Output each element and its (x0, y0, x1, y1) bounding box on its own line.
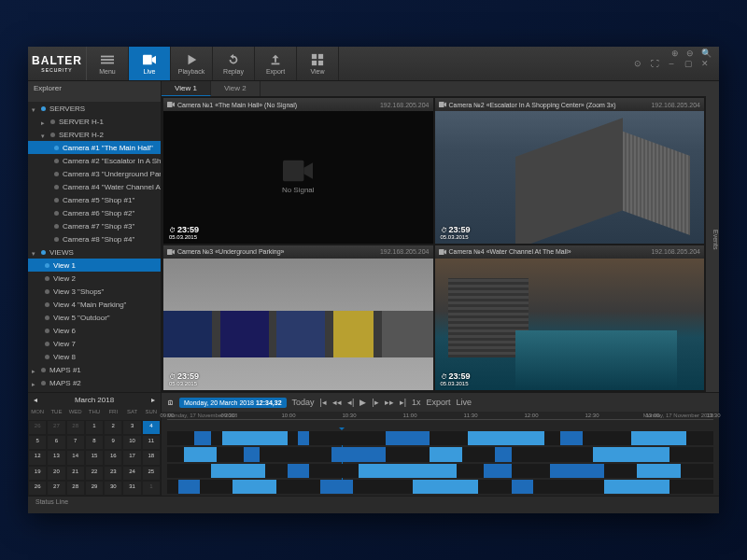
tree-view-item[interactable]: View 5 "Outdoor" (28, 311, 161, 324)
export-button[interactable]: Export (255, 47, 297, 80)
menu-button[interactable]: Menu (87, 47, 129, 80)
calendar-day[interactable]: 21 (66, 466, 85, 481)
tree-view-item[interactable]: View 2 (28, 272, 161, 285)
skip-start-icon[interactable]: |◂ (320, 398, 327, 407)
calendar-day[interactable]: 11 (142, 435, 161, 450)
rewind-icon[interactable]: ◂◂ (332, 398, 342, 407)
tree-camera[interactable]: Camera #1 "The Main Hall" (28, 141, 161, 154)
calendar-next-icon[interactable]: ▸ (151, 396, 155, 404)
tree-server-2[interactable]: SERVER H-2 (28, 128, 161, 141)
tree-view-item[interactable]: View 6 (28, 324, 161, 337)
calendar-day[interactable]: 13 (47, 450, 65, 465)
tree-view-item[interactable]: View 4 "Main Parking" (28, 298, 161, 311)
tree-view-item[interactable]: View 3 "Shops" (28, 285, 161, 298)
calendar-day[interactable]: 14 (66, 450, 85, 465)
view-button[interactable]: View (297, 47, 339, 80)
camera-tile-4[interactable]: Camera №4 «Water Channel At The Mall»192… (435, 245, 705, 391)
calendar-day[interactable]: 9 (104, 435, 122, 450)
maximize-icon[interactable]: ▢ (684, 59, 693, 68)
calendar-day[interactable]: 31 (122, 481, 141, 496)
calendar-day[interactable]: 16 (104, 450, 122, 465)
tree-view-item[interactable]: View 1 (28, 259, 161, 272)
tree-camera[interactable]: Camera #5 "Shop #1" (28, 193, 161, 206)
tree-servers[interactable]: SERVERS (28, 102, 161, 115)
datetime-display[interactable]: Monday, 20 March 2018 12:34,32 (179, 398, 287, 408)
calendar-day[interactable]: 18 (142, 450, 161, 465)
zoom-in-icon[interactable]: ⊕ (671, 49, 679, 58)
minimize-icon[interactable]: – (667, 59, 676, 68)
speed-label[interactable]: 1x (412, 398, 421, 407)
timeline-track[interactable] (167, 431, 713, 445)
calendar-prev-icon[interactable]: ◂ (34, 396, 37, 404)
calendar-day[interactable]: 1 (142, 481, 161, 496)
calendar-day[interactable]: 22 (85, 466, 104, 481)
forward-icon[interactable]: ▸▸ (385, 398, 394, 407)
timeline-live-button[interactable]: Live (457, 398, 472, 407)
calendar-day[interactable]: 28 (66, 481, 85, 496)
tree-maps-2[interactable]: MAPS #2 (28, 376, 161, 389)
calendar-day[interactable]: 27 (47, 481, 65, 496)
calendar-icon[interactable]: 🗓 (167, 399, 174, 406)
fullscreen-icon[interactable]: ⛶ (650, 59, 659, 68)
timeline-tracks[interactable] (167, 431, 713, 494)
calendar-day[interactable]: 28 (66, 420, 85, 435)
camera-tile-3[interactable]: Camera №3 «Underground Parking»192.168.2… (163, 245, 433, 391)
tree-camera[interactable]: Camera #4 "Water Channel At … (28, 180, 161, 193)
timeline-track[interactable] (167, 447, 713, 461)
calendar-day[interactable]: 6 (47, 435, 65, 450)
play-icon[interactable]: ▶ (359, 398, 366, 407)
step-fwd-icon[interactable]: |▸ (372, 398, 378, 407)
live-button[interactable]: Live (129, 47, 171, 80)
tree-maps-1[interactable]: MAPS #1 (28, 363, 161, 376)
calendar-day[interactable]: 26 (28, 481, 47, 496)
calendar-day[interactable]: 5 (28, 435, 47, 450)
calendar-day[interactable]: 24 (122, 466, 141, 481)
playback-button[interactable]: Playback (171, 47, 213, 80)
tree-views[interactable]: VIEWS (28, 245, 161, 259)
events-panel[interactable]: Events (706, 81, 719, 392)
close-icon[interactable]: ✕ (700, 59, 710, 68)
camera-tile-1[interactable]: Camera №1 «The Main Hall» (No Signal)192… (163, 98, 433, 244)
skip-end-icon[interactable]: ▸| (400, 398, 406, 407)
step-back-icon[interactable]: ◂| (347, 398, 354, 407)
calendar-day[interactable]: 19 (28, 466, 47, 481)
status-bar: Status Line (28, 496, 719, 513)
calendar-day[interactable]: 1 (85, 420, 104, 435)
tree-camera[interactable]: Camera #8 "Shop #4" (28, 232, 161, 245)
calendar-day[interactable]: 30 (104, 481, 122, 496)
search-icon[interactable]: 🔍 (701, 49, 712, 58)
zoom-out-icon[interactable]: ⊖ (686, 49, 694, 58)
camera-tile-2[interactable]: Camera №2 «Escalator In A Shopping Cente… (435, 98, 705, 244)
timeline-track[interactable] (167, 464, 713, 478)
calendar-day[interactable]: 15 (85, 450, 104, 465)
calendar-day[interactable]: 26 (28, 420, 47, 435)
calendar-day[interactable]: 10 (122, 435, 141, 450)
pin-icon[interactable]: ⊙ (633, 59, 642, 68)
timeline-track[interactable] (167, 480, 713, 494)
tab-view-1[interactable]: View 1 (162, 81, 211, 96)
replay-button[interactable]: Replay (213, 47, 255, 80)
calendar-day[interactable]: 20 (47, 466, 65, 481)
calendar-day[interactable]: 29 (85, 481, 104, 496)
tree-camera[interactable]: Camera #2 "Escalator In A Sho… (28, 154, 161, 167)
tree-camera[interactable]: Camera #7 "Shop #3" (28, 219, 161, 232)
calendar-day[interactable]: 3 (122, 420, 141, 435)
tree-server-1[interactable]: SERVER H-1 (28, 115, 161, 128)
calendar-day[interactable]: 8 (85, 435, 104, 450)
calendar-day[interactable]: 17 (122, 450, 141, 465)
today-button[interactable]: Today (292, 398, 315, 407)
calendar-day[interactable]: 12 (28, 450, 47, 465)
calendar-day[interactable]: 7 (66, 435, 85, 450)
tree-camera[interactable]: Camera #6 "Shop #2" (28, 206, 161, 219)
calendar-day[interactable]: 25 (142, 466, 161, 481)
tree-view-item[interactable]: View 7 (28, 337, 161, 350)
timeline-ruler[interactable]: 09:0009:3010:0010:3011:0011:3012:0012:30… (167, 419, 713, 429)
calendar-day[interactable]: 2 (104, 420, 122, 435)
tree-view-item[interactable]: View 8 (28, 350, 161, 363)
tab-view-2[interactable]: View 2 (211, 81, 261, 96)
calendar-day[interactable]: 23 (104, 466, 122, 481)
tree-camera[interactable]: Camera #3 "Underground Parki… (28, 167, 161, 180)
timeline-export-button[interactable]: Export (427, 398, 451, 407)
calendar-day[interactable]: 4 (142, 420, 161, 435)
calendar-day[interactable]: 27 (47, 420, 65, 435)
